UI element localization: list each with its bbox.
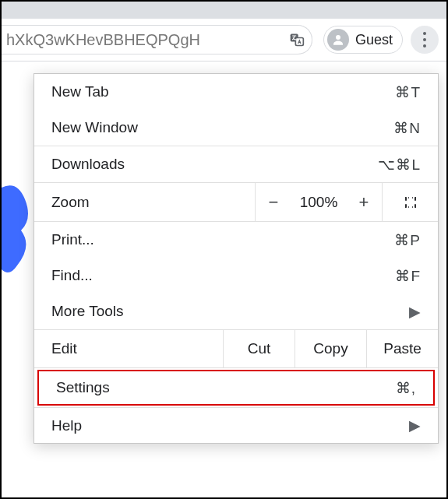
page-content: New Tab ⌘T New Window ⌘N Downloads ⌥⌘L Z… [2, 63, 446, 497]
menu-item-new-window[interactable]: New Window ⌘N [34, 110, 438, 146]
menu-button[interactable] [411, 26, 439, 54]
tab-strip [2, 2, 446, 19]
browser-toolbar: hXkQ3wKHevBBHEQPQgH Guest [2, 19, 446, 61]
page-illustration [2, 180, 33, 273]
profile-label: Guest [355, 32, 393, 48]
menu-item-edit: Edit Cut Copy Paste [34, 329, 438, 368]
submenu-arrow-icon: ▶ [409, 416, 421, 434]
menu-item-settings[interactable]: Settings ⌘, [37, 370, 435, 406]
menu-label: Find... [51, 267, 395, 284]
chrome-menu: New Tab ⌘T New Window ⌘N Downloads ⌥⌘L Z… [34, 73, 439, 444]
svg-rect-1 [295, 38, 303, 46]
menu-item-zoom: Zoom − 100% + [34, 182, 438, 221]
svg-point-2 [336, 35, 340, 40]
zoom-level: 100% [291, 194, 346, 211]
menu-label: New Tab [51, 83, 395, 100]
submenu-arrow-icon: ▶ [409, 303, 421, 321]
menu-label: Help [51, 417, 409, 434]
menu-item-help[interactable]: Help ▶ [34, 407, 438, 443]
address-bar[interactable]: hXkQ3wKHevBBHEQPQgH [2, 25, 312, 54]
menu-label: Print... [51, 231, 394, 248]
menu-label: New Window [51, 119, 393, 136]
menu-label: More Tools [51, 303, 409, 320]
edit-paste-button[interactable]: Paste [366, 330, 438, 367]
zoom-out-button[interactable]: − [256, 192, 291, 213]
menu-label: Settings [56, 379, 396, 396]
zoom-label: Zoom [34, 183, 256, 221]
translate-icon[interactable] [286, 29, 308, 51]
menu-item-print[interactable]: Print... ⌘P [34, 222, 438, 258]
menu-item-new-tab[interactable]: New Tab ⌘T [34, 74, 438, 110]
menu-shortcut: ⌘T [395, 83, 421, 101]
edit-cut-button[interactable]: Cut [223, 330, 295, 367]
menu-label: Downloads [51, 156, 378, 173]
menu-shortcut: ⌥⌘L [378, 156, 421, 174]
fullscreen-button[interactable] [382, 183, 438, 221]
zoom-in-button[interactable]: + [346, 192, 382, 213]
menu-item-find[interactable]: Find... ⌘F [34, 258, 438, 293]
fullscreen-icon [404, 195, 418, 209]
edit-copy-button[interactable]: Copy [295, 330, 366, 367]
profile-chip[interactable]: Guest [323, 26, 403, 54]
edit-label: Edit [34, 330, 223, 367]
avatar-icon [327, 29, 349, 51]
menu-item-downloads[interactable]: Downloads ⌥⌘L [34, 146, 438, 182]
menu-shortcut: ⌘N [393, 119, 421, 137]
menu-shortcut: ⌘, [396, 379, 416, 397]
menu-item-more-tools[interactable]: More Tools ▶ [34, 293, 438, 329]
menu-shortcut: ⌘F [395, 267, 421, 285]
url-text: hXkQ3wKHevBBHEQPQgH [6, 31, 286, 49]
dots-icon [423, 32, 426, 35]
menu-shortcut: ⌘P [394, 231, 421, 249]
